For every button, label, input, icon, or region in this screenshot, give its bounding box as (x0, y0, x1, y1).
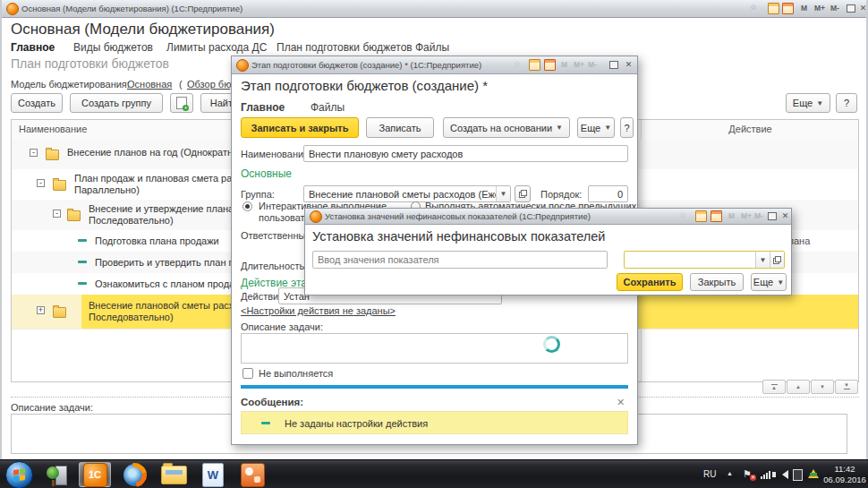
favorites-icon[interactable]: ☆ (514, 59, 521, 68)
scroll-top-button[interactable]: ▲ (762, 380, 786, 394)
loading-spinner-icon (543, 336, 560, 353)
list-help-button[interactable]: ? (836, 93, 857, 113)
language-indicator[interactable]: RU (703, 469, 716, 479)
scroll-down-button[interactable]: ▼ (811, 380, 834, 394)
value-combobox[interactable]: ▼ (624, 251, 785, 269)
row-text: Последовательно) (89, 215, 174, 226)
memory-mminus-button[interactable]: M- (830, 4, 839, 13)
tree-expander-icon[interactable]: - (37, 179, 45, 187)
group-label: Группа: (241, 189, 275, 200)
tab-plan-podgotovki[interactable]: План подготовки бюджетов (277, 41, 413, 54)
maximize-window-button[interactable] (608, 59, 619, 70)
calendar-icon[interactable] (768, 3, 779, 14)
dropdown-arrow-icon: ▼ (556, 124, 563, 132)
messages-title: Сообщения: (241, 397, 303, 407)
stage-dialog-title: Этап подготовки бюджетов (создание) * (1… (251, 60, 481, 70)
stage-more-button[interactable]: Еще▼ (577, 117, 615, 138)
stage-tab-faily[interactable]: Файлы (311, 101, 345, 114)
calculator-icon[interactable] (544, 59, 556, 71)
create-button[interactable]: Создать (11, 93, 63, 113)
paren-text: ( (179, 79, 183, 90)
open-button[interactable] (770, 252, 784, 268)
calendar-icon[interactable] (529, 59, 540, 71)
model-link[interactable]: Основная (127, 79, 172, 90)
messages-close-icon[interactable]: ✕ (617, 397, 625, 408)
list-more-button[interactable]: Еще▼ (786, 93, 830, 113)
taskbar-firefox-icon[interactable] (118, 462, 150, 487)
indicator-input[interactable]: Ввод значения показателя (312, 251, 608, 269)
show-hidden-icons[interactable]: ▲ (727, 470, 733, 476)
gdrive-icon[interactable] (808, 469, 819, 478)
values-dialog-titlebar[interactable]: Установка значений нефинансовых показате… (305, 209, 791, 225)
stage-description-label: Описание задачи: (241, 321, 323, 332)
maximize-window-button[interactable] (766, 210, 778, 221)
stage-dialog-header: Этап подготовки бюджетов (создание) * (241, 78, 488, 93)
responsible-label: Ответственный: (241, 230, 314, 241)
tab-glavnoe[interactable]: Главное (11, 41, 55, 54)
taskbar-explorer-icon[interactable] (157, 462, 190, 487)
message-text: Не заданы настройки действия (285, 418, 428, 429)
calendar-icon[interactable] (695, 210, 707, 222)
stage-description-textarea[interactable] (241, 333, 628, 364)
save-button[interactable]: Записать (366, 117, 434, 138)
create-group-button[interactable]: Создать группу (70, 93, 163, 113)
stage-dialog-titlebar[interactable]: Этап подготовки бюджетов (создание) * (1… (232, 56, 637, 74)
save-close-button[interactable]: Записать и закрыть (241, 117, 359, 138)
favorites-icon[interactable]: ☆ (750, 3, 757, 12)
interactive-radio[interactable] (243, 201, 252, 211)
taskbar-powerpoint-icon[interactable] (236, 462, 268, 487)
tab-vidy-budzhetov[interactable]: Виды бюджетов (73, 41, 153, 54)
taskbar-word-icon[interactable]: W (197, 462, 229, 487)
step-dash-icon (78, 239, 87, 242)
folder-icon (53, 180, 66, 191)
tree-expander-icon[interactable]: - (53, 210, 61, 218)
row-text: Параллельно) (74, 184, 140, 195)
volume-icon[interactable] (782, 470, 788, 479)
create-based-button[interactable]: Создать на основании▼ (443, 117, 570, 138)
taskbar-1c-app-active[interactable]: 1С (79, 462, 111, 487)
start-button[interactable] (5, 461, 33, 488)
tab-faily[interactable]: Файлы (415, 41, 449, 54)
stage-help-button[interactable]: ? (620, 117, 634, 138)
action-settings-link[interactable]: <Настройки действия не заданы> (241, 305, 396, 316)
not-executed-checkbox[interactable] (243, 368, 253, 379)
main-titlebar[interactable]: Основная (Модели бюджетирования) (1С:Пре… (2, 0, 866, 18)
dropdown-arrow-icon[interactable]: ▼ (755, 252, 770, 268)
app-1c-icon (310, 210, 322, 223)
taskbar-tree-app-icon[interactable] (41, 462, 73, 487)
values-save-button[interactable]: Сохранить (617, 273, 683, 291)
network-icon[interactable] (761, 471, 770, 479)
close-window-button[interactable]: ✕ (623, 59, 634, 70)
description-label: Описание задачи: (11, 402, 93, 413)
column-action[interactable]: Действие (641, 124, 860, 134)
name-input[interactable]: Внести плановую смету расходов (303, 145, 628, 162)
column-name[interactable]: Наименование (19, 124, 87, 134)
stage-tab-glavnoe[interactable]: Главное (241, 101, 285, 114)
tray-app-icon[interactable] (793, 469, 803, 481)
close-window-button[interactable]: ✕ (779, 210, 791, 221)
clock[interactable]: 11:42 06.09.2016 (823, 464, 866, 485)
tree-expander-icon[interactable]: + (37, 306, 45, 314)
tab-limity[interactable]: Лимиты расхода ДС (166, 41, 267, 54)
memory-mplus-button: M+ (741, 211, 752, 220)
calculator-icon[interactable] (782, 3, 794, 14)
tree-expander-icon[interactable]: - (30, 149, 38, 157)
calculator-icon[interactable] (711, 210, 722, 222)
scroll-bottom-button[interactable]: ▼ (835, 380, 858, 394)
row-text: Подготовка плана продажи (95, 235, 219, 246)
message-dash-icon (261, 422, 270, 424)
scroll-up-button[interactable]: ▲ (787, 380, 810, 394)
word-icon: W (202, 463, 224, 487)
values-close-button[interactable]: Закрыть (690, 273, 744, 291)
firefox-icon (123, 464, 146, 486)
memory-m-button[interactable]: M (801, 4, 807, 13)
dropdown-arrow-icon[interactable]: ▼ (496, 186, 510, 201)
restore-window-button[interactable] (845, 3, 856, 13)
message-item[interactable]: Не заданы настройки действия (241, 411, 628, 434)
close-window-button[interactable]: ✕ (857, 3, 868, 13)
page-title: Основная (Модели бюджетирования) (11, 21, 275, 39)
memory-mplus-button[interactable]: M+ (814, 4, 825, 13)
values-more-button[interactable]: Еще▼ (751, 273, 787, 291)
favorites-icon[interactable]: ☆ (679, 210, 686, 219)
copy-icon-button[interactable]: + (170, 93, 193, 113)
